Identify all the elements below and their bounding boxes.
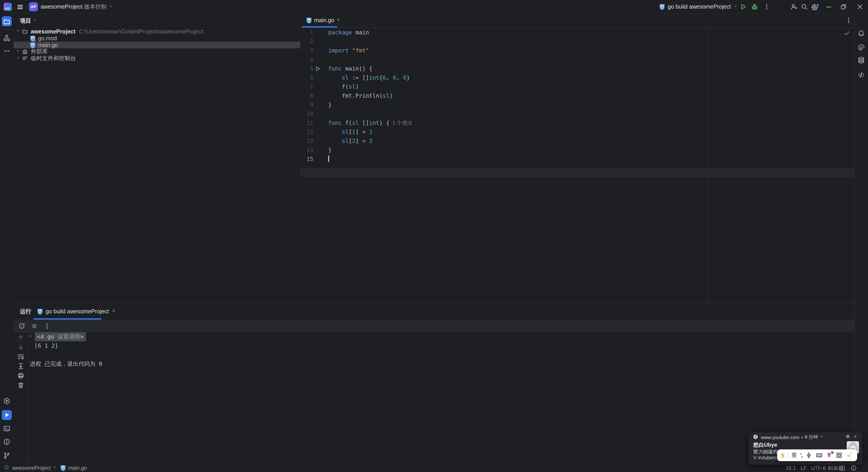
search-everywhere-button[interactable] [801, 3, 808, 10]
minimize-button[interactable] [825, 3, 832, 10]
tree-row-maingo[interactable]: main.go [13, 41, 300, 49]
soft-wrap-button[interactable] [17, 353, 24, 360]
tool-project-button[interactable] [2, 16, 12, 26]
bell-icon [858, 30, 865, 37]
chevron-right-icon[interactable] [16, 49, 21, 54]
ime-language-toggle[interactable]: 英 [792, 451, 797, 459]
project-badge[interactable]: AP [29, 2, 38, 11]
ai-swirl-icon [858, 44, 865, 52]
toolbox-grid-icon[interactable] [836, 452, 842, 459]
sogou-logo-icon[interactable]: S [781, 451, 784, 459]
scroll-to-end-button[interactable] [17, 363, 24, 370]
print-button[interactable] [17, 372, 24, 379]
editor-options-button[interactable] [845, 17, 852, 24]
left-tool-stripe [0, 13, 13, 463]
more-actions-button[interactable] [763, 3, 770, 10]
go-file-icon [60, 465, 66, 471]
run-button[interactable] [740, 3, 747, 10]
tool-ai-assistant-button[interactable] [856, 43, 866, 53]
vcs-widget-label: 版本控制 [84, 3, 107, 11]
console-exit-line: 进程 已完成，退出代码为 0 [29, 359, 855, 369]
info-circle-icon [850, 465, 857, 471]
maximize-button[interactable] [840, 3, 847, 10]
tool-database-button[interactable] [856, 55, 866, 65]
tree-row-scratches[interactable]: 临时文件和控制台 [13, 55, 300, 62]
notification-time: 8 分钟 [805, 434, 818, 440]
services-icon [3, 398, 10, 405]
tool-run-button[interactable] [2, 410, 12, 420]
vcs-widget[interactable]: 版本控制 [84, 0, 114, 13]
chevron-right-icon[interactable] [16, 56, 21, 61]
rerun-button[interactable] [18, 322, 25, 329]
lock-icon [839, 465, 846, 471]
skin-icon[interactable] [826, 452, 833, 459]
notification-source: www.youtube.com [761, 435, 799, 440]
tool-web-button[interactable] [856, 70, 866, 80]
chevron-down-icon[interactable] [16, 29, 21, 34]
editor-area: main.go 123456789101112131415 package ma… [300, 13, 855, 303]
tree-row-gomod[interactable]: go.mod [13, 35, 300, 41]
console-fold-line[interactable]: <4 go 设置调用> [29, 332, 855, 341]
tab-maingo[interactable]: main.go [302, 13, 346, 27]
fold-chevron-icon[interactable] [29, 335, 33, 339]
prev-occurrence-button[interactable] [17, 334, 24, 341]
tool-problems-button[interactable] [2, 437, 12, 447]
run-console[interactable]: <4 go 设置调用> [6 1 2] 进程 已完成，退出代码为 0 [29, 332, 855, 369]
microphone-icon[interactable] [805, 452, 812, 459]
tree-gomod-label: go.mod [38, 35, 57, 41]
project-widget[interactable]: awesomeProject [41, 0, 90, 13]
goland-logo-icon: GO [4, 3, 12, 11]
goland-window: GO AP awesomeProject 版本控制 go build aweso… [0, 0, 868, 472]
notification-settings-icon[interactable] [846, 435, 851, 440]
chevron-up-icon[interactable] [820, 435, 825, 440]
main-menu-button[interactable] [17, 4, 24, 10]
run-tab[interactable]: go build awesomeProject [33, 305, 121, 318]
emoji-icon[interactable] [846, 452, 852, 459]
run-config-label: go build awesomeProject [668, 4, 731, 10]
close-tab-icon[interactable] [112, 309, 117, 314]
close-window-button[interactable] [856, 3, 864, 10]
console-strip-divider [28, 332, 29, 464]
debug-button[interactable] [751, 3, 758, 10]
clear-all-button[interactable] [17, 382, 24, 389]
tool-vcs-button[interactable] [2, 451, 12, 461]
run-config-selector[interactable]: go build awesomeProject [659, 0, 739, 13]
project-panel-header[interactable]: 项目 [20, 17, 38, 25]
tool-structure-button[interactable] [2, 33, 12, 43]
sogou-ime-bar[interactable]: S 英 ’, [777, 449, 857, 461]
database-icon [858, 57, 865, 64]
chevron-down-icon [110, 4, 114, 9]
status-breadcrumb[interactable]: awesomeProject main.go [4, 464, 87, 472]
more-options-button[interactable] [43, 322, 51, 329]
editor-code[interactable]: package mainimport "fmt"func main() { sl… [328, 28, 826, 164]
console-blank-line [29, 350, 855, 359]
folder-icon [3, 18, 10, 25]
status-bar: awesomeProject main.go 15:1 LF UTF-8 制表符 [0, 463, 868, 472]
keyboard-icon[interactable] [815, 452, 823, 459]
ime-punctuation-toggle[interactable]: ’, [800, 452, 802, 459]
inspections-ok-icon[interactable] [844, 30, 850, 37]
tool-notifications-button[interactable] [856, 29, 866, 38]
tool-more-button[interactable] [2, 46, 12, 56]
stop-button[interactable] [31, 322, 38, 329]
notification-close-icon[interactable] [853, 435, 859, 440]
go-file-icon [306, 17, 312, 24]
next-occurrence-button[interactable] [17, 344, 24, 351]
status-file: main.go [68, 465, 87, 471]
tool-terminal-button[interactable] [2, 423, 12, 434]
editor-gutter[interactable]: 123456789101112131415 [300, 28, 322, 164]
tree-external-libs-label: 外部库 [31, 48, 48, 56]
console-output-line: [6 1 2] [29, 341, 855, 350]
run-line-icon[interactable] [315, 66, 320, 71]
ime-divider [788, 452, 788, 459]
tree-row-root[interactable]: awesomeProject C:\Users\meowr\GolandProj… [13, 28, 300, 35]
tree-row-external-libs[interactable]: 外部库 [13, 49, 300, 55]
workspace-icon [4, 465, 10, 471]
run-tool-window: 运行 go build awesomeProject <4 go 设置调用> [13, 303, 855, 464]
close-tab-icon[interactable] [337, 18, 342, 23]
tool-services-button[interactable] [2, 396, 12, 406]
tree-scratches-label: 临时文件和控制台 [31, 55, 76, 62]
add-user-button[interactable] [790, 3, 798, 10]
more-icon [3, 48, 10, 55]
settings-button[interactable] [811, 3, 819, 11]
